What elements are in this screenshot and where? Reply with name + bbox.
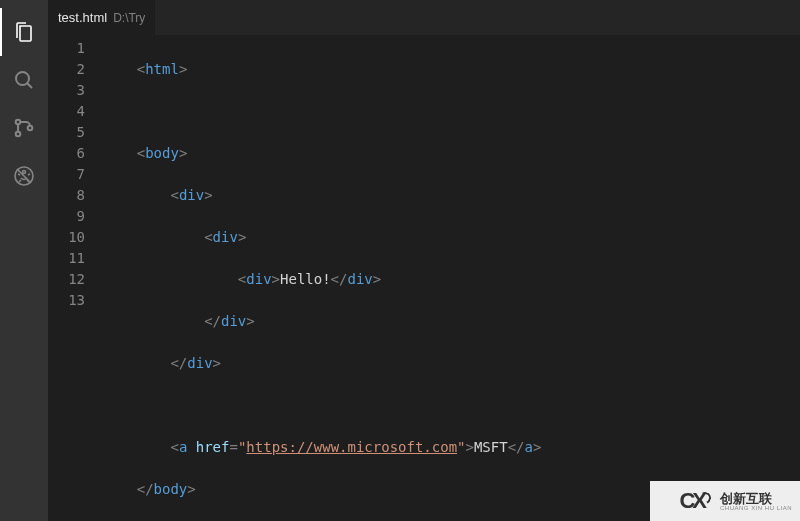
tab-bar: test.html D:\Try xyxy=(48,0,800,35)
svg-point-2 xyxy=(16,120,21,125)
svg-line-7 xyxy=(18,174,20,175)
svg-line-9 xyxy=(19,180,21,182)
svg-point-0 xyxy=(16,72,29,85)
tab-filename: test.html xyxy=(58,10,107,25)
svg-point-4 xyxy=(28,126,33,131)
watermark-logo: CX 创新互联 CHUANG XIN HU LIAN xyxy=(650,481,800,521)
line-number: 8 xyxy=(48,185,85,206)
line-number: 2 xyxy=(48,59,85,80)
line-number: 4 xyxy=(48,101,85,122)
line-number: 3 xyxy=(48,80,85,101)
search-icon[interactable] xyxy=(0,56,48,104)
line-number: 12 xyxy=(48,269,85,290)
svg-line-8 xyxy=(28,174,30,175)
source-control-icon[interactable] xyxy=(0,104,48,152)
line-number: 10 xyxy=(48,227,85,248)
editor-pane: test.html D:\Try 1 2 3 4 5 6 7 8 9 10 11… xyxy=(48,0,800,480)
watermark-subtitle: CHUANG XIN HU LIAN xyxy=(720,505,792,511)
svg-point-6 xyxy=(23,171,26,174)
line-number: 7 xyxy=(48,164,85,185)
line-number: 6 xyxy=(48,143,85,164)
tab-filepath: D:\Try xyxy=(113,11,145,25)
explorer-icon[interactable] xyxy=(0,8,48,56)
line-number: 11 xyxy=(48,248,85,269)
line-number: 9 xyxy=(48,206,85,227)
code-text[interactable]: <html> <body> <div> <div> <div>Hello!</d… xyxy=(103,35,800,480)
code-area[interactable]: 1 2 3 4 5 6 7 8 9 10 11 12 13 <html> <bo… xyxy=(48,35,800,480)
href-url[interactable]: https://www.microsoft.com xyxy=(246,439,457,455)
debug-icon[interactable] xyxy=(0,152,48,200)
line-number: 5 xyxy=(48,122,85,143)
activity-bar xyxy=(0,0,48,521)
tab-test-html[interactable]: test.html D:\Try xyxy=(48,0,155,35)
line-number-gutter: 1 2 3 4 5 6 7 8 9 10 11 12 13 xyxy=(48,35,103,480)
logo-icon: CX xyxy=(679,488,704,514)
line-number: 1 xyxy=(48,38,85,59)
watermark-title: 创新互联 xyxy=(720,492,792,505)
svg-line-1 xyxy=(27,83,32,88)
svg-point-3 xyxy=(16,132,21,137)
line-number: 13 xyxy=(48,290,85,311)
